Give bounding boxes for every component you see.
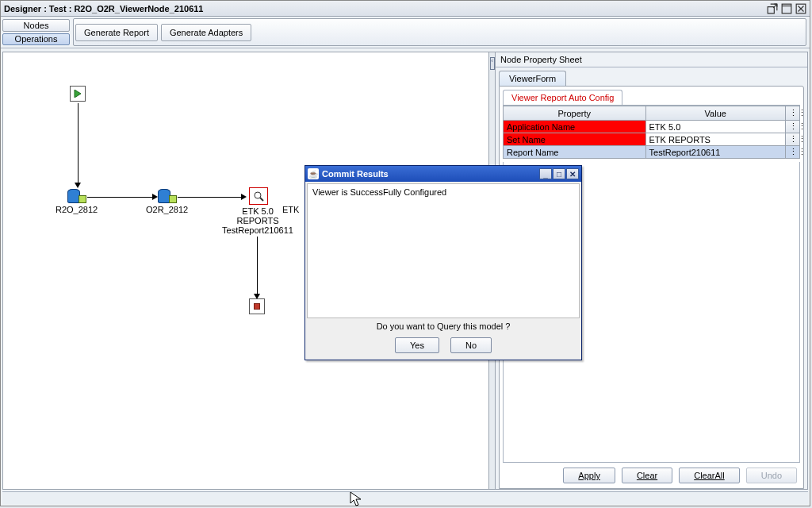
toolbar: Nodes Operations Generate Report Generat… xyxy=(1,17,810,48)
generate-report-button[interactable]: Generate Report xyxy=(75,24,158,41)
node-label-line2: REPORTS xyxy=(214,216,301,225)
dialog-close-icon[interactable]: ✕ xyxy=(566,168,579,179)
r2o-node[interactable]: R2O_2812 xyxy=(56,187,98,214)
window-title: Designer : Test : R2O_O2R_ViewerNode_210… xyxy=(4,4,767,13)
svg-point-3 xyxy=(255,192,261,198)
yes-button[interactable]: Yes xyxy=(395,337,439,353)
svg-line-4 xyxy=(260,198,263,201)
dialog-title: Commit Results xyxy=(322,169,389,179)
close-icon[interactable] xyxy=(795,3,806,14)
edge-viewer-end xyxy=(257,237,258,294)
svg-rect-0 xyxy=(782,4,791,13)
viewer-side-label: ETK xyxy=(282,205,299,214)
list-icon: ⋮⋮ xyxy=(789,108,806,117)
prop-key: Report Name xyxy=(504,146,646,159)
dialog-question: Do you want to Query this model ? xyxy=(305,320,581,336)
end-node[interactable] xyxy=(249,298,265,316)
designer-window: Designer : Test : R2O_O2R_ViewerNode_210… xyxy=(0,0,810,506)
dialog-message: Viewer is SuccessFully Configured xyxy=(312,187,446,197)
clearall-button[interactable]: ClearAll xyxy=(679,468,740,483)
clear-button[interactable]: Clear xyxy=(622,468,672,483)
table-row[interactable]: Application Name ETK 5.0 ⋮⋮ xyxy=(504,121,800,133)
property-sheet-title: Node Property Sheet xyxy=(496,52,807,67)
node-label: O2R_2812 xyxy=(146,205,188,214)
play-icon[interactable] xyxy=(70,86,86,102)
apply-button[interactable]: Apply xyxy=(563,468,615,483)
property-tabs: ViewerForm xyxy=(496,67,807,86)
col-more[interactable]: ⋮⋮ xyxy=(786,106,800,121)
undo-button: Undo xyxy=(746,468,797,483)
dialog-maximize-icon[interactable]: □ xyxy=(553,168,565,179)
no-button[interactable]: No xyxy=(450,337,492,353)
toolbar-actions: Generate Report Generate Adapters xyxy=(73,18,806,46)
edge-start-r2o xyxy=(78,103,79,183)
col-property[interactable]: Property xyxy=(504,106,646,121)
ellipsis-button[interactable]: ⋮⋮ xyxy=(786,121,800,133)
ellipsis-button[interactable]: ⋮⋮ xyxy=(786,133,800,146)
node-label: R2O_2812 xyxy=(56,205,98,214)
maximize-icon[interactable] xyxy=(781,3,792,14)
stop-icon[interactable] xyxy=(249,298,265,314)
prop-key: Application Name xyxy=(504,121,646,133)
edge-r2o-o2r xyxy=(87,197,152,198)
generate-adapters-button[interactable]: Generate Adapters xyxy=(161,24,251,41)
dialog-titlebar[interactable]: ☕ Commit Results _ □ ✕ xyxy=(305,166,581,182)
window-controls xyxy=(767,3,806,14)
prop-value[interactable]: TestReport210611 xyxy=(645,146,785,159)
table-row[interactable]: Set Name ETK REPORTS ⋮⋮ xyxy=(504,133,800,146)
prop-value[interactable]: ETK REPORTS xyxy=(645,133,785,146)
tab-nodes[interactable]: Nodes xyxy=(2,19,70,32)
commit-results-dialog[interactable]: ☕ Commit Results _ □ ✕ Viewer is Success… xyxy=(304,165,582,360)
property-table: Property Value ⋮⋮ Application Name ETK 5… xyxy=(503,105,800,159)
detach-icon[interactable] xyxy=(767,3,778,14)
database-icon[interactable] xyxy=(67,187,86,203)
tab-viewerform[interactable]: ViewerForm xyxy=(499,71,566,86)
dialog-minimize-icon[interactable]: _ xyxy=(539,168,552,179)
o2r-node[interactable]: O2R_2812 xyxy=(146,187,188,214)
dialog-body: Viewer is SuccessFully Configured xyxy=(307,183,580,318)
tab-operations[interactable]: Operations xyxy=(2,33,70,46)
property-buttons: Apply Clear ClearAll Undo xyxy=(500,463,803,488)
titlebar: Designer : Test : R2O_O2R_ViewerNode_210… xyxy=(1,1,810,17)
database-icon[interactable] xyxy=(158,187,177,203)
prop-value[interactable]: ETK 5.0 xyxy=(645,121,785,133)
node-label-line3: TestReport210611 xyxy=(214,225,301,235)
collapse-left-icon[interactable]: ‹ xyxy=(490,57,495,70)
statusbar xyxy=(2,491,808,504)
java-icon: ☕ xyxy=(308,168,319,179)
mode-tabs: Nodes Operations xyxy=(2,18,70,46)
subtab-viewer-config[interactable]: Viewer Report Auto Config xyxy=(503,90,622,105)
table-row[interactable]: Report Name TestReport210611 ⋮⋮ xyxy=(504,146,800,159)
prop-key: Set Name xyxy=(504,133,646,146)
col-value[interactable]: Value xyxy=(645,106,785,121)
ellipsis-button[interactable]: ⋮⋮ xyxy=(786,146,800,159)
start-node[interactable] xyxy=(70,86,86,103)
viewer-icon[interactable] xyxy=(249,187,268,205)
